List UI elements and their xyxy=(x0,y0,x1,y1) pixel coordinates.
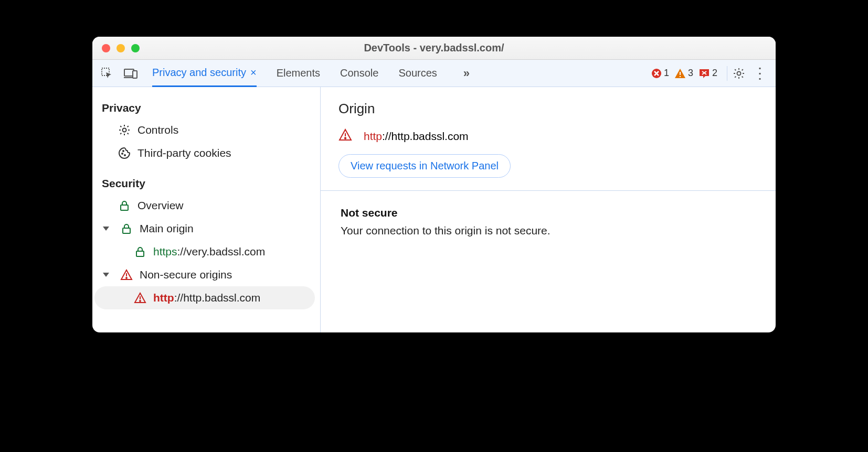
warning-triangle-icon xyxy=(133,292,147,304)
security-status-section: Not secure Your connection to this origi… xyxy=(321,191,776,253)
sidebar-subitem-main-origin-url[interactable]: https://very.badssl.com xyxy=(92,240,320,263)
traffic-lights xyxy=(102,44,140,52)
errors-count: 1 xyxy=(664,68,669,79)
gear-icon xyxy=(118,124,131,136)
svg-point-10 xyxy=(124,155,125,156)
svg-rect-3 xyxy=(133,71,137,78)
tab-label: Sources xyxy=(398,67,437,79)
svg-point-20 xyxy=(345,137,346,138)
origin-url-row: http://http.badssl.com xyxy=(338,128,758,144)
error-icon xyxy=(651,68,662,79)
warning-icon xyxy=(674,68,686,79)
origin-section: Origin http://http.badssl.com View reque… xyxy=(321,87,776,191)
sidebar: Privacy Controls Third-party cookies Sec… xyxy=(92,87,321,332)
lock-icon xyxy=(133,246,147,257)
sidebar-item-label: Overview xyxy=(137,199,184,212)
warning-triangle-icon xyxy=(120,269,133,281)
warnings-count: 3 xyxy=(688,68,693,79)
svg-point-9 xyxy=(122,153,123,154)
svg-point-7 xyxy=(737,71,741,75)
close-window-button[interactable] xyxy=(102,44,110,52)
tab-privacy-security[interactable]: Privacy and security × xyxy=(152,60,257,87)
caret-down-icon xyxy=(103,227,109,231)
sidebar-item-label: Main origin xyxy=(140,222,194,235)
sidebar-item-overview[interactable]: Overview xyxy=(92,194,320,217)
tab-label: Console xyxy=(340,67,378,79)
status-icons: 1 3 2 xyxy=(651,68,717,79)
lock-icon xyxy=(120,223,133,234)
issues-count: 2 xyxy=(712,68,717,79)
lock-icon xyxy=(118,200,131,211)
svg-point-16 xyxy=(126,277,127,278)
titlebar: DevTools - very.badssl.com/ xyxy=(92,37,776,60)
security-section-header: Security xyxy=(92,172,320,194)
svg-rect-13 xyxy=(123,228,130,233)
svg-point-8 xyxy=(123,128,126,132)
toolbar: Privacy and security × Elements Console … xyxy=(92,60,776,87)
more-tabs-icon[interactable]: » xyxy=(463,67,470,80)
main-panel: Origin http://http.badssl.com View reque… xyxy=(321,87,776,332)
panel-body: Privacy Controls Third-party cookies Sec… xyxy=(92,87,776,332)
origin-url: http://http.badssl.com xyxy=(364,130,469,143)
svg-point-18 xyxy=(140,300,141,302)
svg-rect-6 xyxy=(680,76,681,77)
inspect-element-icon[interactable] xyxy=(101,67,113,80)
warning-triangle-icon xyxy=(338,128,352,144)
sidebar-item-label: Non-secure origins xyxy=(140,268,232,281)
svg-point-11 xyxy=(123,150,124,152)
errors-indicator[interactable]: 1 xyxy=(651,68,669,79)
settings-icon[interactable] xyxy=(733,67,745,80)
minimize-window-button[interactable] xyxy=(117,44,125,52)
sidebar-item-nonsecure-origins[interactable]: Non-secure origins xyxy=(92,263,320,286)
sidebar-subitem-label: http://http.badssl.com xyxy=(153,292,260,304)
origin-heading: Origin xyxy=(338,101,758,117)
svg-rect-5 xyxy=(680,72,681,75)
warnings-indicator[interactable]: 3 xyxy=(674,68,693,79)
maximize-window-button[interactable] xyxy=(131,44,140,52)
sidebar-subitem-nonsecure-url[interactable]: http://http.badssl.com xyxy=(94,286,315,309)
svg-rect-12 xyxy=(121,205,128,210)
privacy-section-header: Privacy xyxy=(92,96,320,119)
sidebar-item-main-origin[interactable]: Main origin xyxy=(92,217,320,240)
tab-label: Elements xyxy=(277,67,320,79)
sidebar-item-label: Controls xyxy=(137,124,178,136)
sidebar-item-controls[interactable]: Controls xyxy=(92,119,320,142)
sidebar-subitem-label: https://very.badssl.com xyxy=(153,245,265,258)
tab-elements[interactable]: Elements xyxy=(277,60,320,87)
cookie-icon xyxy=(118,147,131,159)
tab-console[interactable]: Console xyxy=(340,60,378,87)
window-title: DevTools - very.badssl.com/ xyxy=(92,42,776,54)
issue-icon xyxy=(698,68,710,79)
tab-strip: Privacy and security × Elements Console … xyxy=(152,60,470,87)
sidebar-item-label: Third-party cookies xyxy=(137,147,231,159)
devtools-window: DevTools - very.badssl.com/ Privacy and … xyxy=(92,37,776,332)
device-toolbar-icon[interactable] xyxy=(124,68,137,79)
caret-down-icon xyxy=(103,273,109,277)
issues-indicator[interactable]: 2 xyxy=(698,68,717,79)
tab-label: Privacy and security xyxy=(152,67,246,79)
sidebar-item-third-party-cookies[interactable]: Third-party cookies xyxy=(92,142,320,165)
divider xyxy=(727,66,727,81)
tab-sources[interactable]: Sources xyxy=(398,60,437,87)
not-secure-title: Not secure xyxy=(341,207,756,219)
not-secure-description: Your connection to this origin is not se… xyxy=(341,224,756,237)
view-requests-button[interactable]: View requests in Network Panel xyxy=(338,154,511,178)
close-tab-icon[interactable]: × xyxy=(250,67,257,79)
more-menu-icon[interactable]: ⋮ xyxy=(753,66,767,81)
svg-rect-14 xyxy=(136,251,144,256)
